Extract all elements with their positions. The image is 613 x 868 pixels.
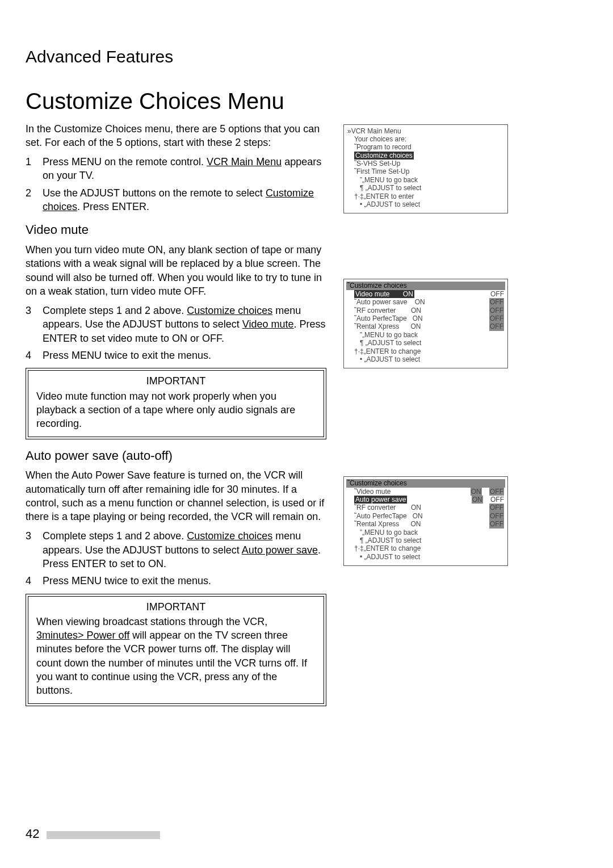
osd-customize-auto-power: ˜Customize choices ˜Video mute ON OFF Au… <box>343 476 508 566</box>
osd-row: ˜RF converter ON OFF <box>346 504 505 511</box>
step-text: Complete steps 1 and 2 above. Customize … <box>43 304 326 345</box>
step-number: 4 <box>26 574 43 588</box>
row-label: ˜RF converter <box>354 307 396 315</box>
osd-title: »VCR Main Menu <box>346 127 505 135</box>
row-off: OFF <box>489 512 504 520</box>
text: When viewing broadcast stations through … <box>36 616 267 627</box>
step-number: 3 <box>26 304 43 345</box>
left-column: In the Customize Choices menu, there are… <box>26 122 326 714</box>
row-label: ˜Auto PerfecTape <box>354 512 407 520</box>
video-mute-ref: Video mute <box>242 318 294 330</box>
osd-row-video-mute: Video mute ON OFF <box>346 290 505 298</box>
page-title: Customize Choices Menu <box>26 86 590 116</box>
row-off: OFF <box>489 504 504 511</box>
step-number: 2 <box>26 186 43 214</box>
osd-help: ”„MENU to go back <box>346 176 505 184</box>
row-on: ON <box>471 488 482 496</box>
row-off: OFF <box>490 496 504 504</box>
osd-item: ˜First Time Set-Up <box>346 167 505 175</box>
osd-help: • „ADJUST to select <box>346 200 505 208</box>
osd-help: ¶ „ADJUST to select <box>346 339 505 347</box>
osd-customize-video-mute: ˜Customize choices Video mute ON OFF ˜Au… <box>343 279 508 368</box>
step-4: 4 Press MENU twice to exit the menus. <box>26 349 326 362</box>
customize-choices-ref: Customize choices <box>187 530 272 542</box>
intro-steps: 1 Press MENU on the remote control. VCR … <box>26 155 326 213</box>
important-body: When viewing broadcast stations through … <box>36 615 316 698</box>
step-text: Press MENU on the remote control. VCR Ma… <box>43 155 326 183</box>
osd-row: ˜RF converter ON OFF <box>346 307 505 315</box>
step-number: 4 <box>26 349 43 362</box>
step-3: 3 Complete steps 1 and 2 above. Customiz… <box>26 304 326 345</box>
osd-help: ”„MENU to go back <box>346 331 505 339</box>
osd-help: • „ADJUST to select <box>346 355 505 363</box>
right-column: »VCR Main Menu Your choices are: ˜Progra… <box>343 122 508 714</box>
auto-power-steps: 3 Complete steps 1 and 2 above. Customiz… <box>26 529 326 588</box>
row-label: ˜Rental Xpress <box>354 322 399 330</box>
osd-title: ˜Customize choices <box>346 282 505 290</box>
osd-item: ˜Program to record <box>346 143 505 151</box>
row-label: ˜RF converter <box>354 504 396 511</box>
step-1: 1 Press MENU on the remote control. VCR … <box>26 155 326 183</box>
row-off: OFF <box>489 307 504 315</box>
osd-help: • „ADJUST to select <box>346 553 505 561</box>
row-on: ON <box>472 496 483 504</box>
auto-power-paragraph: When the Auto Power Save feature is turn… <box>26 468 326 523</box>
important-box-video-mute: IMPORTANT Video mute function may not wo… <box>28 370 324 437</box>
step-2: 2 Use the ADJUST buttons on the remote t… <box>26 186 326 214</box>
intro-paragraph: In the Customize Choices menu, there are… <box>26 122 326 150</box>
osd-item-highlighted: Customize choices <box>346 152 505 160</box>
video-mute-heading: Video mute <box>26 221 326 238</box>
row-off: OFF <box>489 315 504 322</box>
step-number: 1 <box>26 155 43 183</box>
manual-page: Advanced Features Customize Choices Menu… <box>0 0 613 737</box>
osd-help: ¶ „ADJUST to select <box>346 536 505 544</box>
row-on: ON <box>415 298 425 306</box>
osd-title: ˜Customize choices <box>346 479 505 487</box>
osd-row: ˜Auto power save ON OFF <box>346 298 505 306</box>
osd-help: †·‡„ENTER to change <box>346 347 505 355</box>
row-on: ON <box>411 504 421 511</box>
auto-power-heading: Auto power save (auto-off) <box>26 447 326 464</box>
osd-vcr-main-menu: »VCR Main Menu Your choices are: ˜Progra… <box>343 124 508 214</box>
row-off: OFF <box>489 520 504 528</box>
row-on: ON <box>410 520 421 528</box>
text: Complete steps 1 and 2 above. <box>43 530 187 542</box>
text: . Press ENTER. <box>77 201 149 212</box>
page-number-text: 42 <box>26 827 39 841</box>
osd-row-auto-power-save: Auto power save ON OFF <box>346 496 505 504</box>
osd-item: ˜S-VHS Set-Up <box>346 160 505 167</box>
vcr-main-menu-ref: VCR Main Menu <box>207 156 282 167</box>
osd-help: ”„MENU to go back <box>346 529 505 536</box>
step-text: Complete steps 1 and 2 above. Customize … <box>43 529 326 571</box>
row-on: ON <box>413 315 423 322</box>
content-columns: In the Customize Choices menu, there are… <box>26 122 590 714</box>
important-label: IMPORTANT <box>36 600 316 614</box>
auto-power-save-ref: Auto power save <box>242 544 318 556</box>
osd-subtitle: Your choices are: <box>346 135 505 143</box>
important-label: IMPORTANT <box>36 374 316 388</box>
text: Use the ADJUST buttons on the remote to … <box>43 187 266 199</box>
row-label: ˜Video mute <box>354 488 391 496</box>
row-on: ON <box>410 322 421 330</box>
page-number: 42 <box>26 825 160 842</box>
osd-row: ˜Rental Xpress ON OFF <box>346 322 505 330</box>
osd-row: ˜Auto PerfecTape ON OFF <box>346 315 505 322</box>
step-text: Use the ADJUST buttons on the remote to … <box>43 186 326 214</box>
row-label: Auto power save <box>354 496 407 504</box>
video-mute-paragraph: When you turn video mute ON, any blank s… <box>26 243 326 298</box>
section-header: Advanced Features <box>26 45 590 69</box>
step-number: 3 <box>26 529 43 571</box>
row-label: Video mute ON <box>354 290 414 298</box>
osd-row: ˜Video mute ON OFF <box>346 488 505 496</box>
osd-help: ¶ „ADJUST to select <box>346 184 505 192</box>
row-off: OFF <box>490 290 504 298</box>
power-off-countdown-ref: 3minutes> Power off <box>36 630 129 641</box>
row-on: ON <box>411 307 421 315</box>
row-on: ON <box>413 512 423 520</box>
text: Complete steps 1 and 2 above. <box>43 305 187 316</box>
highlight-text: Customize choices <box>354 152 414 160</box>
row-label: ˜Rental Xpress <box>354 520 399 528</box>
important-box-auto-power: IMPORTANT When viewing broadcast station… <box>28 596 324 704</box>
step-text: Press MENU twice to exit the menus. <box>43 574 326 588</box>
step-4: 4 Press MENU twice to exit the menus. <box>26 574 326 588</box>
